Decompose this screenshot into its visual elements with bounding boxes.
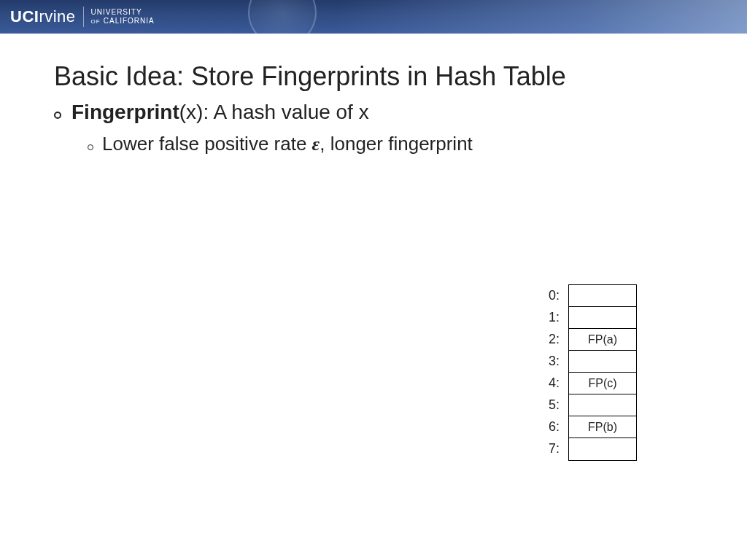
- bullet1-strong: Fingerprint: [71, 101, 179, 123]
- header-banner: UCIrvine UNIVERSITY of CALIFORNIA: [0, 0, 747, 34]
- hash-cell: [569, 394, 636, 416]
- hash-table-cells: FP(a) FP(c) FP(b): [568, 284, 637, 461]
- bullet2-text: Lower false positive rate ε, longer fing…: [102, 133, 473, 155]
- hash-label: 1:: [549, 306, 560, 328]
- bullet-list: Fingerprint(x): A hash value of x Lower …: [54, 101, 747, 155]
- hash-cell: FP(c): [569, 373, 636, 394]
- slide-title: Basic Idea: Store Fingerprints in Hash T…: [54, 61, 747, 92]
- hash-cell: FP(b): [569, 416, 636, 438]
- bullet1-rest: (x): A hash value of x: [179, 101, 369, 123]
- logo-sub-line2: of CALIFORNIA: [91, 16, 155, 26]
- logo-main: UCIrvine: [10, 7, 76, 26]
- hash-cell: [569, 351, 636, 373]
- logo-sub-line1: UNIVERSITY: [91, 8, 155, 17]
- logo-separator: [83, 7, 84, 27]
- logo-bold: UCI: [10, 7, 39, 26]
- hash-cell: [569, 307, 636, 329]
- hash-cell: [569, 285, 636, 307]
- bullet-level2: Lower false positive rate ε, longer fing…: [88, 133, 747, 155]
- hash-cell: FP(a): [569, 329, 636, 351]
- hash-label: 2:: [549, 328, 560, 350]
- hash-label: 6:: [549, 416, 560, 438]
- epsilon-symbol: ε: [312, 133, 320, 155]
- hash-table-diagram: 0: 1: 2: 3: 4: 5: 6: 7: FP(a) FP(c) FP(b…: [549, 284, 637, 461]
- logo-light: rvine: [39, 7, 75, 26]
- bullet-level1: Fingerprint(x): A hash value of x: [54, 101, 747, 124]
- bullet2-pre: Lower false positive rate: [102, 133, 312, 155]
- logo-subtitle: UNIVERSITY of CALIFORNIA: [91, 8, 155, 26]
- bullet2-post: , longer fingerprint: [320, 133, 473, 155]
- hash-label: 0:: [549, 284, 560, 306]
- hash-label: 5:: [549, 394, 560, 416]
- bullet-marker-icon: [88, 144, 93, 150]
- bullet1-text: Fingerprint(x): A hash value of x: [71, 101, 369, 124]
- hash-label: 7:: [549, 438, 560, 459]
- hash-index-labels: 0: 1: 2: 3: 4: 5: 6: 7:: [549, 284, 560, 461]
- bullet-marker-icon: [54, 112, 61, 119]
- hash-label: 4:: [549, 372, 560, 394]
- hash-label: 3:: [549, 350, 560, 372]
- hash-cell: [569, 438, 636, 460]
